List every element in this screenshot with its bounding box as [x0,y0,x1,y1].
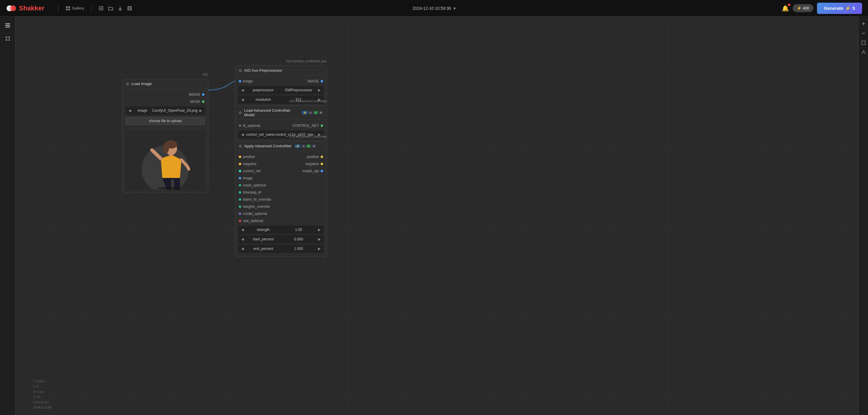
apply-acn-weights-input: weights_override [239,205,270,209]
aio-preprocessor-value: DWPreprocessor [281,88,316,92]
stat-i: I: 0 [33,384,51,389]
apply-acn-vae-label: vae_optional [243,219,263,223]
apply-acn-model-opt-port[interactable] [321,170,323,172]
badge-n: N [319,111,323,114]
apply-acn-model-opt-in-port[interactable] [239,212,241,215]
apply-acn-mask-in-port[interactable] [239,184,241,186]
fit-icon [861,40,866,45]
apply-acn-start-value: 0.000 [281,237,316,241]
apply-acn-node: #15 Advanced-ControlNet Apply Advanced C… [235,141,327,257]
apply-acn-negative-in-port[interactable] [239,163,241,165]
canvas-area[interactable]: #13 Load Image IMAGE MASK ◀ [16,16,859,415]
apply-acn-positive-label: positive [243,155,255,159]
aio-resolution-prev[interactable]: ◀ [239,98,246,102]
load-image-output-label: IMAGE [189,93,200,97]
load-acn-dot [239,111,242,114]
zoom-in-button[interactable] [860,20,867,27]
send-button[interactable] [860,48,867,56]
generate-lightning-icon: ⚡ [845,6,851,11]
apply-acn-timestep-label: timestep_kf [243,190,261,195]
open-folder-button[interactable] [106,4,115,12]
load-image-prev-arrow[interactable]: ◀ [127,108,133,113]
fit-screen-button[interactable] [860,39,867,46]
plus-icon [861,21,866,26]
load-image-upload-button[interactable]: choose file to upload [125,117,205,125]
load-acn-badges: ⚡ A C N [302,111,323,114]
load-image-preview [125,131,205,190]
apply-acn-latent-input: latent_kf_override [239,198,271,202]
svg-rect-14 [5,24,10,24]
download-button[interactable] [115,4,125,12]
apply-acn-control-net-in-port[interactable] [239,170,241,172]
badge-c: C [314,111,318,114]
load-acn-name-prev[interactable]: ◀ [239,133,246,137]
new-workflow-button[interactable] [96,4,106,12]
apply-acn-strength-label: strength [246,228,281,232]
sidebar-nodes-button[interactable] [2,33,13,44]
aio-preprocessor-label: preprocessor [246,88,281,92]
generate-label: Generate [824,6,843,11]
svg-rect-4 [66,9,68,10]
apply-acn-start-prev[interactable]: ◀ [239,237,246,241]
apply-acn-title: Apply Advanced ControlNet [244,144,291,148]
apply-acn-image-label: image [243,176,253,180]
apply-acn-body: positive positive negative negative [235,151,327,256]
svg-rect-16 [5,27,10,28]
apply-acn-positive-input: positive [239,155,255,159]
svg-rect-13 [128,8,131,10]
apply-acn-image-in-port[interactable] [239,177,241,179]
load-acn-tk-port[interactable] [239,125,241,127]
apply-acn-badges: ⚡ A C N [295,144,316,148]
load-image-next-arrow[interactable]: ▶ [197,108,204,113]
apply-acn-control-net-row: control_net model_opt [235,168,327,175]
apply-acn-positive-out-port[interactable] [321,155,323,158]
credits-button[interactable]: ⚡ 400 [793,4,813,12]
apply-acn-strength-prev[interactable]: ◀ [239,228,246,232]
canvas-stats: T: 0.00s I: 0 N: 4 [4] V: 61 FPS:62.50 S… [33,379,51,410]
apply-acn-model-opt-label: model_opt [302,169,319,173]
apply-acn-positive-in-port[interactable] [239,155,241,158]
download-icon [118,6,123,11]
apply-acn-start-next[interactable]: ▶ [316,237,322,241]
load-image-filename: ComfyUI_OpenPose_29.png [152,108,197,113]
load-image-image-control: ◀ image ComfyUI_OpenPose_29.png ▶ [125,106,205,115]
apply-acn-timestep-in-port[interactable] [239,191,241,194]
save-button[interactable] [125,4,134,12]
apply-acn-vae-in-port[interactable] [239,220,241,222]
apply-acn-header: Apply Advanced ControlNet ⚡ A C N [235,141,327,151]
apply-acn-node-id: #15 Advanced-ControlNet [289,135,327,138]
notification-button[interactable]: 🔔 [782,5,789,12]
apply-acn-strength-next[interactable]: ▶ [316,228,322,232]
apply-acn-weights-row: weights_override [235,203,327,210]
aio-image-out-port[interactable] [321,80,323,82]
apply-acn-latent-in-port[interactable] [239,198,241,201]
zoom-out-button[interactable] [860,30,867,37]
apply-acn-weights-in-port[interactable] [239,205,241,208]
load-acn-control-net-output: CONTROL_NET [292,124,323,128]
generate-button[interactable]: Generate ⚡ 5 [817,3,862,14]
connections-svg [16,16,859,415]
apply-acn-positive-output: positive [307,155,323,159]
apply-acn-timestep-input: timestep_kf [239,190,261,195]
load-image-node-id: #13 [203,73,208,76]
sidebar-layers-button[interactable] [2,20,13,31]
gallery-button[interactable]: Gallery [63,4,87,12]
load-acn-control-net-port[interactable] [321,125,323,127]
apply-acn-negative-out-port[interactable] [321,163,323,165]
apply-acn-end-prev[interactable]: ◀ [239,247,246,251]
aio-preprocessor-prev[interactable]: ◀ [239,88,246,92]
timestamp: 2024-12-10 10:59:36 [413,6,451,11]
apply-acn-model-opt-output: model_opt [302,169,323,173]
apply-acn-end-next[interactable]: ▶ [316,247,322,251]
load-image-mask-port[interactable] [202,101,205,103]
load-image-image-port[interactable] [202,93,205,96]
apply-acn-control-net-input: control_net [239,169,260,173]
timestamp-dropdown-arrow[interactable]: ▾ [454,6,456,11]
load-acn-tk-label: tk_optional [243,124,260,128]
apply-badge-acn: ⚡ [295,144,301,148]
apply-acn-image-row: image [235,175,327,182]
aio-preprocessor-next[interactable]: ▶ [316,88,322,92]
aio-image-in-port[interactable] [239,80,241,82]
stat-scale: SCALE:0.88 [33,405,51,410]
apply-acn-positive-row: positive positive [235,153,327,160]
